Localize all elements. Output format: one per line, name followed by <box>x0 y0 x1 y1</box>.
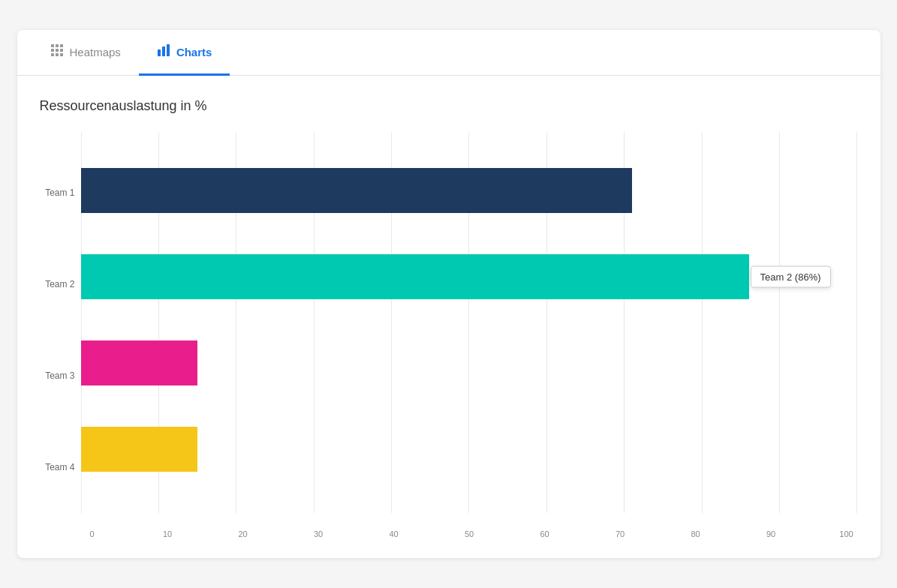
y-label-team1: Team 1 <box>40 150 75 236</box>
bars-area: Team 2 (86%) <box>81 132 858 522</box>
x-label-30: 30 <box>307 530 330 538</box>
y-label-team4: Team 4 <box>40 424 75 511</box>
x-label-80: 80 <box>685 530 707 538</box>
y-labels: Team 1 Team 2 Team 3 Team 4 <box>40 132 81 543</box>
bar-team3[interactable] <box>81 340 197 386</box>
bar-team2[interactable] <box>81 254 749 299</box>
svg-rect-0 <box>51 44 54 47</box>
svg-rect-8 <box>60 53 63 56</box>
x-label-90: 90 <box>760 530 782 538</box>
charts-icon <box>157 44 170 60</box>
svg-rect-9 <box>158 50 161 56</box>
bar-row-team2: Team 2 (86%) <box>81 233 858 320</box>
svg-rect-3 <box>51 49 54 52</box>
svg-rect-1 <box>56 44 59 47</box>
bar-team4[interactable] <box>81 427 197 472</box>
main-card: Heatmaps Charts Ressourcenauslastung in … <box>17 30 880 558</box>
tab-bar: Heatmaps Charts <box>17 30 880 76</box>
svg-rect-7 <box>56 53 59 56</box>
bar-row-team4 <box>81 406 858 492</box>
x-label-50: 50 <box>458 530 480 538</box>
x-label-20: 20 <box>232 530 254 538</box>
heatmaps-icon <box>50 44 64 60</box>
svg-rect-2 <box>60 44 63 47</box>
bar-wrapper-team3 <box>81 340 858 386</box>
x-label-0: 0 <box>81 530 104 538</box>
y-label-team2: Team 2 <box>40 242 75 328</box>
x-label-60: 60 <box>534 530 556 538</box>
bar-wrapper-team2: Team 2 (86%) <box>81 254 858 299</box>
svg-rect-4 <box>56 49 59 52</box>
x-label-100: 100 <box>835 530 858 538</box>
chart-title: Ressourcenauslastung in % <box>40 98 858 114</box>
y-label-team3: Team 3 <box>40 333 75 419</box>
x-label-10: 10 <box>156 530 179 538</box>
svg-rect-5 <box>60 49 63 52</box>
svg-rect-6 <box>51 53 54 56</box>
charts-label: Charts <box>176 46 212 58</box>
tab-heatmaps[interactable]: Heatmaps <box>32 30 139 76</box>
x-axis: 0 10 20 30 40 50 60 70 80 90 100 <box>81 525 858 543</box>
bar-wrapper-team4 <box>81 427 858 472</box>
x-label-40: 40 <box>383 530 405 538</box>
chart-tooltip: Team 2 (86%) <box>751 266 831 287</box>
x-label-70: 70 <box>609 530 631 538</box>
chart-body: Team 1 Team 2 Team 3 Team 4 <box>40 132 858 543</box>
bar-row-team1 <box>81 147 858 233</box>
tab-charts[interactable]: Charts <box>139 30 230 76</box>
svg-rect-11 <box>167 44 170 56</box>
svg-rect-10 <box>162 46 165 56</box>
chart-section: Ressourcenauslastung in % Team 1 Team 2 … <box>17 76 880 558</box>
chart-container: Team 1 Team 2 Team 3 Team 4 <box>40 132 858 543</box>
bar-team1[interactable] <box>81 168 633 213</box>
chart-plot: Team 2 (86%) <box>81 132 858 543</box>
bar-wrapper-team1 <box>81 168 858 213</box>
heatmaps-label: Heatmaps <box>70 46 121 58</box>
bar-row-team3 <box>81 320 858 406</box>
tooltip-text: Team 2 (86%) <box>760 271 821 282</box>
